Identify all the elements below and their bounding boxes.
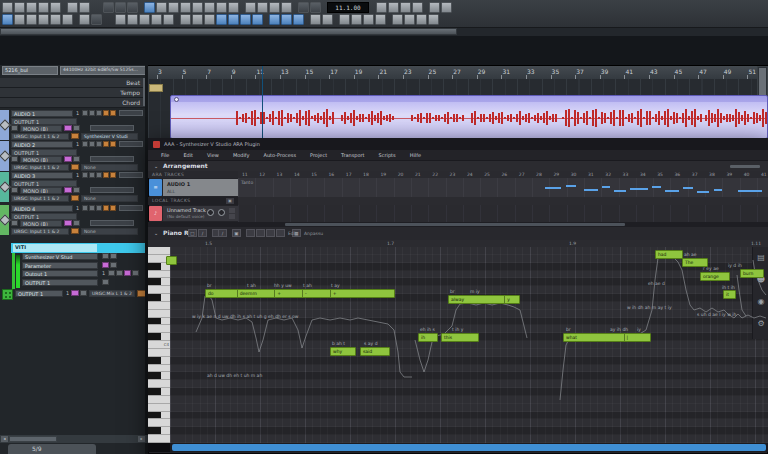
toolbar-row2-button-40[interactable]	[428, 14, 439, 25]
pr-tool-button-8[interactable]	[266, 229, 275, 237]
render-icon[interactable]: ◉	[756, 297, 766, 307]
piano-note[interactable]: alwayy	[448, 295, 520, 304]
track-button-3[interactable]	[96, 172, 102, 178]
toolbar-row1-button-20[interactable]	[216, 2, 227, 13]
track-fx-chip[interactable]	[64, 187, 72, 193]
lane-row-chord[interactable]: Chord	[0, 98, 148, 108]
toolbar-row2-button-9[interactable]	[91, 14, 102, 25]
piano-key-white[interactable]	[148, 286, 170, 294]
group-chip-1[interactable]	[102, 279, 109, 285]
lane-row-beat[interactable]: Beat	[0, 78, 148, 88]
toolbar-row2-button-11[interactable]	[115, 14, 126, 25]
menu-modify[interactable]: Modify	[226, 152, 257, 159]
piano-key-white[interactable]	[148, 419, 170, 427]
track-fx-slot[interactable]: None	[81, 164, 138, 171]
track-rec-mode-chip[interactable]	[71, 164, 79, 170]
toolbar-row1-button-2[interactable]	[14, 2, 25, 13]
solo-button[interactable]	[229, 214, 235, 219]
menu-autoprocess[interactable]: Auto-Process	[257, 152, 303, 159]
pan-knob[interactable]	[207, 209, 214, 216]
track-button-4[interactable]	[103, 110, 109, 116]
tcp-hscroll-thumb[interactable]	[9, 436, 57, 442]
track-io-chip[interactable]	[73, 220, 80, 226]
piano-key-white[interactable]	[148, 302, 170, 310]
toolbar-row2-button-34[interactable]	[363, 14, 374, 25]
track-mono-label[interactable]: MONO (B)	[20, 125, 62, 132]
piano-key-black[interactable]	[148, 412, 170, 420]
record-arm-pad[interactable]	[2, 289, 13, 300]
menu-file[interactable]: File	[154, 152, 176, 159]
toolbar-row2-button-20[interactable]	[216, 14, 227, 25]
piano-key-black[interactable]	[148, 333, 170, 341]
track-mono-label[interactable]: MONO (B)	[20, 220, 62, 227]
pr-tool-button-5[interactable]: ▣	[232, 229, 241, 237]
master-input-label[interactable]: URGC:Mix L 1 & 2	[89, 290, 135, 297]
track-rec-mode-chip[interactable]	[71, 228, 79, 234]
mute-button[interactable]	[229, 208, 235, 213]
track-pan-fader[interactable]	[90, 125, 134, 131]
piano-key-black[interactable]	[148, 294, 170, 302]
track-input-label[interactable]: URGC: Input 1 1 & 2	[11, 195, 69, 202]
toolbar-scroll-thumb[interactable]	[0, 28, 457, 35]
arrangement-ruler[interactable]: 1112131415161718192021222324252627282930…	[238, 171, 768, 178]
track-mono-label[interactable]: MONO (B)	[20, 187, 62, 194]
track-io-chip[interactable]	[73, 187, 80, 193]
track-env-button[interactable]	[11, 220, 18, 226]
toolbar-row2-button-3[interactable]	[26, 14, 37, 25]
track-pan-fader[interactable]	[90, 156, 134, 162]
timeline-ruler[interactable]: 3579111315171921232527293133353739414345…	[148, 66, 757, 80]
playhead[interactable]	[262, 66, 263, 139]
pr-hscroll-thumb[interactable]	[172, 444, 766, 451]
piano-key-white[interactable]	[148, 310, 170, 318]
toolbar-row1-button-11[interactable]	[115, 2, 126, 13]
piano-note[interactable]: it	[723, 290, 736, 299]
toolbar-row1-button-35[interactable]	[400, 2, 411, 13]
scroll-right-icon[interactable]: ▸	[138, 436, 145, 442]
toolbar-row2-button-39[interactable]	[416, 14, 427, 25]
menu-transport[interactable]: Transport	[334, 152, 371, 159]
track-name[interactable]: AUDIO 2	[11, 141, 73, 148]
piano-note[interactable]: burn	[740, 269, 764, 278]
track-fx-slot[interactable]: None	[81, 228, 138, 235]
track-button-1[interactable]	[82, 141, 88, 147]
ara-track-header[interactable]: AUDIO 1 ALL	[163, 179, 238, 196]
toolbar-row2-button-1[interactable]	[2, 14, 13, 25]
piano-key-black[interactable]	[148, 427, 170, 435]
track-button-4[interactable]	[103, 141, 109, 147]
toolbar-row2-button-15[interactable]	[163, 14, 174, 25]
track-button-3[interactable]	[96, 110, 102, 116]
piano-key-white[interactable]	[148, 380, 170, 388]
toolbar-row2-button-12[interactable]	[127, 14, 138, 25]
group-row-label[interactable]: Synthesizer V Stud	[22, 253, 98, 260]
toolbar-row1-button-15[interactable]	[156, 2, 167, 13]
toolbar-row1-button-4[interactable]	[38, 2, 49, 13]
toolbar-row2-button-5[interactable]	[50, 14, 61, 25]
pr-tool-button-6[interactable]	[246, 229, 255, 237]
piano-key-white[interactable]	[148, 271, 170, 279]
track-env-button[interactable]	[11, 187, 18, 193]
group-chip-4[interactable]	[132, 270, 139, 276]
track-fx-chip[interactable]	[64, 156, 72, 162]
gain-knob[interactable]	[218, 209, 225, 216]
track-pan-fader[interactable]	[90, 187, 134, 193]
track-fx-chip[interactable]	[64, 125, 72, 131]
toolbar-row2-button-8[interactable]	[79, 14, 90, 25]
piano-note[interactable]: had	[655, 250, 683, 259]
piano-key-black[interactable]	[148, 357, 170, 365]
local-track-lane[interactable]	[238, 205, 768, 222]
arrangement-mini-scrollbar[interactable]	[730, 165, 760, 168]
settings-icon[interactable]: ⚙	[756, 319, 766, 329]
piano-key-white[interactable]: C4	[148, 341, 170, 349]
track-name[interactable]: AUDIO 3	[11, 172, 73, 179]
toolbar-row2-button-30[interactable]	[322, 14, 333, 25]
piano-key-white[interactable]	[148, 247, 170, 255]
toolbar-scroll-strip[interactable]	[0, 27, 768, 36]
track-pan-fader[interactable]	[90, 220, 134, 226]
toolbar-row1-button-33[interactable]	[376, 2, 387, 13]
toolbar-row2-button-33[interactable]	[351, 14, 362, 25]
toolbar-row2-button-25[interactable]	[269, 14, 280, 25]
pr-tool-button-1[interactable]: □	[188, 229, 197, 237]
piano-key-black[interactable]	[148, 278, 170, 286]
toolbar-row1-button-1[interactable]	[2, 2, 13, 13]
piano-key-white[interactable]	[148, 325, 170, 333]
